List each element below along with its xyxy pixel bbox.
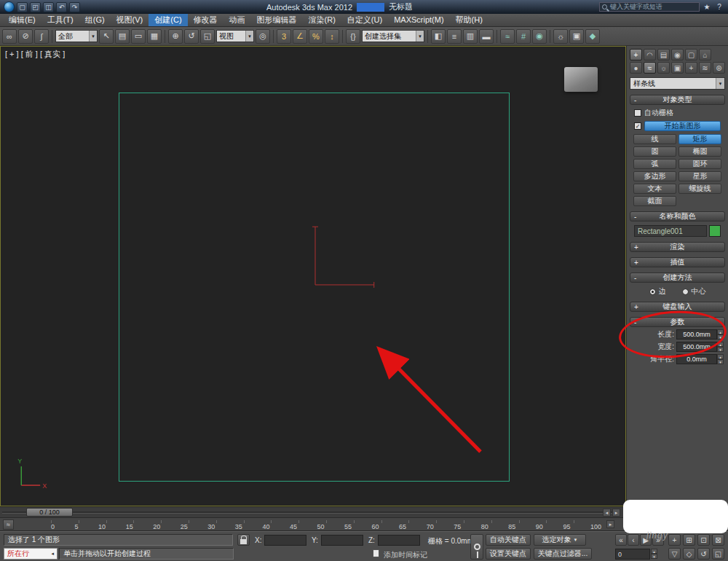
- select-and-rotate-icon[interactable]: ↺: [184, 29, 199, 44]
- crossing-selection-icon[interactable]: ▦: [147, 29, 162, 44]
- select-object-icon[interactable]: ↖: [99, 29, 114, 44]
- zoom-icon[interactable]: +: [668, 534, 681, 546]
- width-value[interactable]: 500.0mm: [676, 342, 717, 352]
- menu-graph-editors[interactable]: 图形编辑器: [251, 14, 303, 26]
- schematic-view-icon[interactable]: #: [516, 29, 531, 44]
- spinner-snap-icon[interactable]: ↕: [325, 29, 339, 44]
- redo-icon[interactable]: ↷: [69, 2, 80, 12]
- ellipse-button[interactable]: 椭圆: [678, 146, 721, 157]
- selection-lock-toggle[interactable]: [237, 534, 250, 546]
- field-of-view-icon[interactable]: ▽: [668, 548, 681, 560]
- menu-views[interactable]: 视图(V): [111, 14, 149, 26]
- start-new-shape-button[interactable]: 开始新图形: [644, 121, 721, 131]
- menu-help[interactable]: 帮助(H): [450, 14, 488, 26]
- mirror-icon[interactable]: ◧: [431, 29, 446, 44]
- zoom-extents-icon[interactable]: ⊡: [697, 534, 710, 546]
- infocenter-search-input[interactable]: 键入关键字或短语: [599, 2, 700, 12]
- donut-button[interactable]: 圆环: [678, 159, 721, 169]
- creation-method-center-radio[interactable]: 中心: [682, 286, 706, 297]
- create-tab-icon[interactable]: +: [630, 49, 642, 60]
- snaps-toggle-icon[interactable]: 3: [277, 29, 291, 44]
- key-filters-button[interactable]: 关键点过滤器...: [534, 548, 592, 560]
- angle-snap-icon[interactable]: ∠: [293, 29, 307, 44]
- lights-category-icon[interactable]: ☼: [657, 62, 670, 74]
- rendering-rollout-header[interactable]: + 渲染: [630, 242, 725, 252]
- time-slider-handle[interactable]: 0 / 100: [26, 508, 73, 517]
- start-new-shape-checkbox[interactable]: ✓: [634, 122, 641, 130]
- shape-category-dropdown[interactable]: 样条线 ▼: [630, 77, 725, 90]
- circle-button[interactable]: 圆: [633, 146, 676, 157]
- autogrid-checkbox[interactable]: [634, 109, 641, 117]
- mini-curve-editor-button[interactable]: ≈: [3, 519, 14, 530]
- spin-up-icon[interactable]: ▴: [717, 342, 724, 347]
- ribbon-toggle-icon[interactable]: ▬: [479, 29, 494, 44]
- go-to-start-button[interactable]: «: [615, 534, 627, 546]
- add-time-tag-label[interactable]: 添加时间标记: [384, 550, 427, 560]
- dropdown-arrow-icon[interactable]: ▼: [89, 31, 97, 42]
- percent-snap-icon[interactable]: %: [309, 29, 323, 44]
- ngon-button[interactable]: 多边形: [633, 171, 676, 181]
- unlink-selection-icon[interactable]: ⊘: [18, 29, 33, 44]
- creation-method-rollout-header[interactable]: - 创建方法: [630, 272, 725, 283]
- menu-group[interactable]: 组(G): [79, 14, 111, 26]
- select-and-move-icon[interactable]: ⊕: [168, 29, 183, 44]
- object-color-swatch[interactable]: [709, 225, 721, 237]
- curve-editor-icon[interactable]: ≈: [500, 29, 515, 44]
- rectangle-button[interactable]: 矩形: [678, 134, 721, 144]
- open-file-icon[interactable]: ◰: [30, 2, 41, 12]
- modify-tab-icon[interactable]: ◠: [644, 49, 656, 60]
- select-and-scale-icon[interactable]: ◱: [200, 29, 215, 44]
- menu-customize[interactable]: 自定义(U): [341, 14, 388, 26]
- spacewarps-category-icon[interactable]: ≋: [699, 62, 711, 74]
- systems-category-icon[interactable]: ⊛: [713, 62, 725, 74]
- width-spinner[interactable]: 500.0mm ▴▾: [676, 342, 724, 352]
- reference-coordinate-dropdown[interactable]: 视图 ▼: [216, 30, 254, 42]
- corner-radius-spinner[interactable]: 0.0mm ▴▾: [676, 354, 724, 364]
- motion-tab-icon[interactable]: ◉: [671, 49, 684, 60]
- cameras-category-icon[interactable]: ▣: [671, 62, 684, 74]
- zoom-all-icon[interactable]: ⊞: [683, 534, 695, 546]
- dropdown-arrow-icon[interactable]: ▼: [716, 78, 724, 89]
- object-type-rollout-header[interactable]: - 对象类型: [630, 95, 725, 105]
- menu-modifiers[interactable]: 修改器: [188, 14, 223, 26]
- select-by-name-icon[interactable]: ▤: [115, 29, 130, 44]
- frame-spinner[interactable]: ▴▾: [651, 549, 657, 559]
- align-icon[interactable]: ≡: [447, 29, 462, 44]
- spin-down-icon[interactable]: ▾: [717, 359, 724, 364]
- maxscript-mini-listener[interactable]: 所在行 ◂: [4, 548, 58, 560]
- track-bar[interactable]: ≈ 0 5 10 15 20 25 30 35 40 45 50 55 60 6…: [0, 517, 728, 531]
- auto-key-button[interactable]: 自动关键点: [486, 534, 531, 546]
- edit-named-selection-sets-icon[interactable]: {}: [346, 29, 360, 44]
- bind-to-space-warp-icon[interactable]: ∫: [34, 29, 49, 44]
- spin-down-icon[interactable]: ▾: [717, 347, 724, 352]
- time-slider-track[interactable]: [2, 511, 620, 514]
- rendered-frame-window-icon[interactable]: ▣: [569, 29, 584, 44]
- previous-frame-button[interactable]: ‹: [628, 534, 639, 546]
- helpers-category-icon[interactable]: +: [685, 62, 697, 74]
- x-coordinate-input[interactable]: [264, 535, 306, 546]
- menu-animation[interactable]: 动画: [223, 14, 251, 26]
- display-tab-icon[interactable]: ▢: [685, 49, 697, 60]
- set-key-mode-button[interactable]: 设置关键点: [486, 548, 531, 560]
- save-file-icon[interactable]: ◫: [43, 2, 54, 12]
- parameters-rollout-header[interactable]: - 参数: [630, 317, 725, 327]
- layer-manager-icon[interactable]: ▥: [463, 29, 478, 44]
- current-frame-input[interactable]: 0: [615, 549, 650, 560]
- object-name-input[interactable]: Rectangle001: [634, 225, 707, 237]
- menu-create[interactable]: 创建(C): [149, 14, 187, 26]
- text-button[interactable]: 文本: [633, 184, 676, 194]
- menu-maxscript[interactable]: MAXScript(M): [388, 14, 449, 26]
- undo-icon[interactable]: ↶: [56, 2, 67, 12]
- y-coordinate-input[interactable]: [321, 535, 363, 546]
- previous-frame-arrow[interactable]: ◂: [603, 509, 611, 517]
- front-viewport[interactable]: [ + ] [ 前 ] [ 真实 ] X Y: [0, 46, 626, 506]
- named-selection-sets-dropdown[interactable]: 创建选择集 ▼: [362, 30, 424, 42]
- favorites-star-icon[interactable]: ★: [702, 2, 712, 12]
- zoom-extents-all-icon[interactable]: ⊠: [712, 534, 724, 546]
- helix-button[interactable]: 螺旋线: [678, 184, 721, 194]
- select-and-link-icon[interactable]: ∞: [2, 29, 17, 44]
- name-color-rollout-header[interactable]: - 名称和颜色: [630, 211, 725, 221]
- spin-up-icon[interactable]: ▴: [717, 354, 724, 359]
- star-button[interactable]: 星形: [678, 171, 721, 181]
- maximize-viewport-icon[interactable]: ◱: [712, 548, 724, 560]
